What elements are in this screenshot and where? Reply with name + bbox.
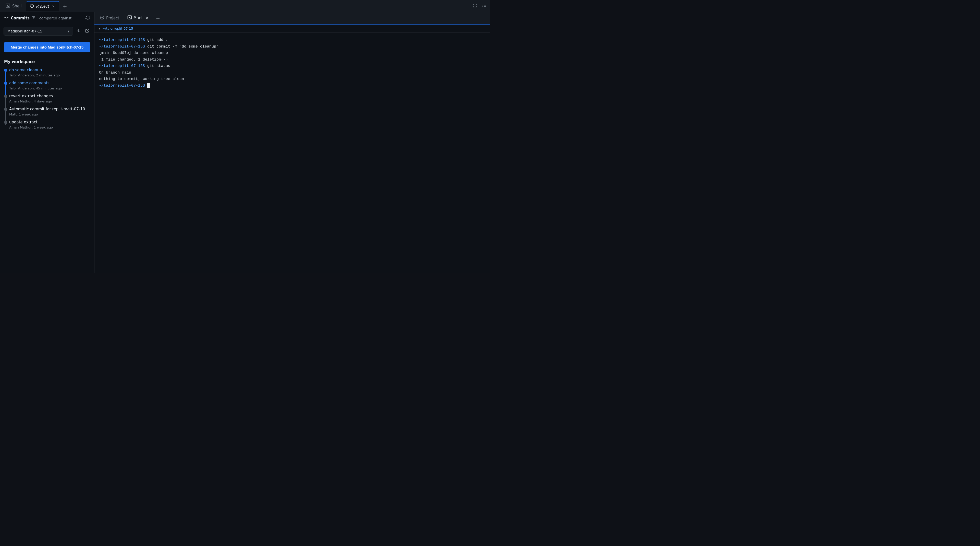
terminal-line: ~/talorreplit-07-15$ git status	[99, 63, 485, 70]
terminal-line: ~/talorreplit-07-15$ git add .	[99, 37, 485, 43]
terminal-line: 1 file changed, 1 deletion(-)	[99, 56, 485, 63]
project-icon-left	[30, 4, 34, 9]
terminal-cursor	[147, 83, 150, 88]
project-tab-label-left: Project	[36, 4, 49, 9]
add-tab-right[interactable]: +	[153, 14, 163, 22]
terminal-prompt: ~/talorreplit-07-15$	[99, 45, 147, 49]
branch-name: MadisonFitch-07-15	[7, 29, 42, 33]
terminal-line: nothing to commit, working tree clean	[99, 76, 485, 83]
left-tab-bar: Shell Project ✕ + •••	[0, 0, 490, 12]
commit-author: Aman Mathur, 1 week ago	[9, 125, 90, 133]
commit-item: Automatic commit for replit-matt-07-10Ma…	[9, 107, 90, 120]
branch-selector: MadisonFitch-07-15 ▾	[0, 24, 94, 38]
project-icon-right	[100, 16, 104, 21]
workspace-title: My workspace	[4, 59, 90, 64]
terminal-prompt: ~/talorreplit-07-15$	[99, 83, 147, 88]
expand-icon[interactable]	[471, 3, 479, 10]
commit-dot	[4, 121, 7, 124]
terminal-prompt: ~/talorreplit-07-15$	[99, 38, 147, 42]
close-shell-tab-right[interactable]: ✕	[145, 16, 149, 20]
close-project-tab-left[interactable]: ✕	[51, 4, 56, 9]
tab-project-right[interactable]: Project	[97, 13, 123, 23]
terminal-prompt: ~/talorreplit-07-15$	[99, 64, 147, 68]
terminal-body[interactable]: ~/talorreplit-07-15$ git add .~/talorrep…	[94, 33, 490, 273]
chevron-down-icon: ▾	[68, 29, 69, 33]
more-options-icon[interactable]: •••	[480, 3, 488, 10]
terminal-current-path: ~/talorreplit-07-15	[102, 27, 133, 30]
right-panel: Project Shell ✕ + ▾ ~/talorre	[94, 12, 490, 273]
workspace-section: My workspace do some cleanupTalor Anders…	[0, 56, 94, 273]
add-tab-left[interactable]: +	[60, 2, 70, 10]
shell-tab-label-left: Shell	[12, 4, 22, 8]
commit-author: Aman Mathur, 4 days ago	[9, 99, 90, 107]
right-tab-bar: Project Shell ✕ +	[94, 12, 490, 24]
project-tab-label-right: Project	[106, 16, 119, 21]
commit-dot	[4, 69, 7, 72]
commit-dot	[4, 82, 7, 85]
terminal-command: git commit -m "do some cleanup"	[147, 45, 218, 49]
commit-message[interactable]: do some cleanup	[9, 68, 90, 73]
left-tab-actions: •••	[471, 3, 488, 10]
svg-line-4	[87, 29, 89, 31]
commits-title: Commits	[4, 15, 36, 21]
commit-timeline: do some cleanupTalor Anderson, 2 minutes…	[4, 68, 90, 133]
tab-shell-left[interactable]: Shell	[2, 1, 25, 11]
refresh-button[interactable]	[86, 15, 90, 21]
sort-icon[interactable]	[32, 16, 36, 21]
external-link-icon[interactable]	[84, 27, 91, 35]
left-panel: Commits compared against	[0, 12, 94, 273]
commit-message[interactable]: Automatic commit for replit-matt-07-10	[9, 107, 90, 112]
commit-item: do some cleanupTalor Anderson, 2 minutes…	[9, 68, 90, 81]
terminal-path-header: ▾ ~/talorreplit-07-15	[94, 24, 490, 33]
commit-dot	[4, 95, 7, 98]
merge-button[interactable]: Merge changes into MadisonFitch-07-15	[4, 42, 90, 53]
tab-project-left[interactable]: Project ✕	[26, 1, 59, 11]
commit-message[interactable]: update extract	[9, 120, 90, 125]
main-layout: Commits compared against	[0, 12, 490, 273]
terminal-line: [main 8dbd07b] do some cleanup	[99, 50, 485, 56]
commit-message[interactable]: add some comments	[9, 81, 90, 86]
commit-dot	[4, 108, 7, 111]
terminal-command: git status	[147, 64, 170, 68]
terminal-command: git add .	[147, 38, 168, 42]
download-branch-icon[interactable]	[75, 27, 82, 35]
collapse-icon[interactable]: ▾	[99, 27, 100, 30]
commit-message[interactable]: revert extract changes	[9, 94, 90, 99]
terminal-line: ~/talorreplit-07-15$	[99, 83, 485, 89]
svg-point-1	[6, 17, 7, 18]
shell-tab-label-right: Shell	[134, 16, 143, 20]
shell-icon-left	[6, 3, 10, 9]
commit-author: Talor Anderson, 2 minutes ago	[9, 73, 90, 81]
commits-header: Commits compared against	[0, 12, 94, 24]
commit-author: Talor Anderson, 45 minutes ago	[9, 86, 90, 94]
commit-author: Matt, 1 week ago	[9, 112, 90, 120]
terminal-line: On branch main	[99, 70, 485, 76]
tab-shell-right[interactable]: Shell ✕	[124, 13, 152, 23]
commit-item: add some commentsTalor Anderson, 45 minu…	[9, 81, 90, 94]
branch-dropdown[interactable]: MadisonFitch-07-15 ▾	[3, 27, 73, 35]
terminal-line: ~/talorreplit-07-15$ git commit -m "do s…	[99, 43, 485, 50]
compared-against-label: compared against	[39, 16, 72, 20]
commit-item: update extractAman Mathur, 1 week ago	[9, 120, 90, 133]
commits-label: Commits	[11, 16, 30, 21]
commits-icon	[4, 15, 9, 21]
commit-item: revert extract changesAman Mathur, 4 day…	[9, 94, 90, 107]
shell-icon-right	[127, 15, 132, 21]
